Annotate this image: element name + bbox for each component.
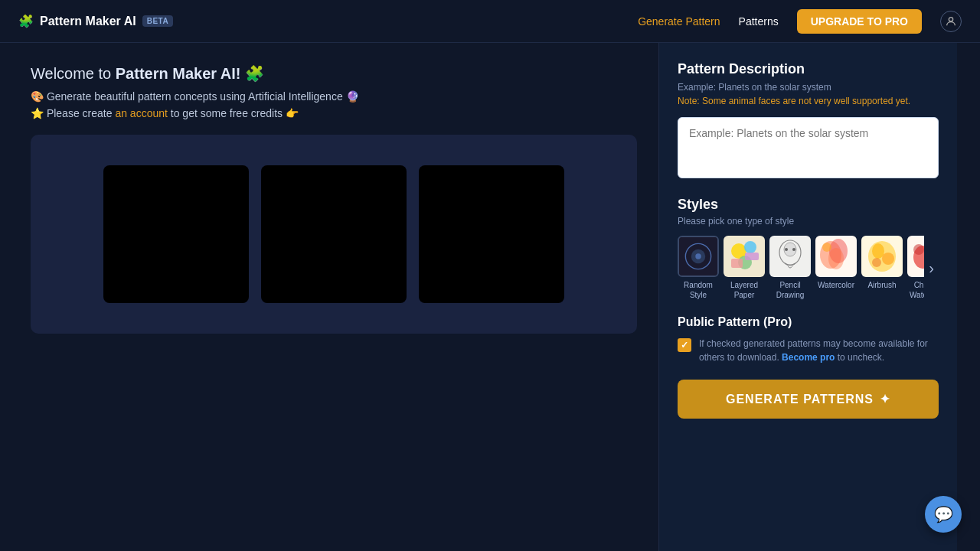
canvas-box-3 [419, 165, 564, 303]
header-right: Generate Pattern Patterns UPGRADE TO PRO [638, 9, 962, 34]
public-pattern-checkbox[interactable]: ✓ [678, 338, 691, 352]
style-label-pencil: PencilDrawing [776, 280, 805, 300]
welcome-subtitle-1: 🎨 Generate beautiful pattern concepts us… [31, 90, 637, 103]
styles-section: Styles Please pick one type of style [678, 197, 939, 300]
public-pattern-title: Public Pattern (Pro) [678, 315, 939, 329]
public-pattern-row: ✓ If checked generated patterns may beco… [678, 337, 939, 364]
public-desc-suffix: to uncheck. [838, 352, 884, 363]
style-item-watercolor[interactable]: Watercolor [815, 236, 857, 300]
checkbox-check-icon: ✓ [681, 340, 688, 350]
generate-patterns-button[interactable]: GENERATE PATTERNS ✦ [678, 380, 939, 419]
description-input[interactable] [678, 117, 939, 178]
welcome-prefix: Welcome to [31, 65, 116, 82]
svg-point-15 [792, 248, 795, 251]
welcome-section: Welcome to Pattern Maker AI! 🧩 🎨 Generat… [31, 64, 637, 119]
svg-point-25 [882, 253, 894, 265]
style-label-random: RandomStyle [684, 280, 713, 300]
style-item-airbrush[interactable]: Airbrush [861, 236, 903, 300]
canvas-area [31, 135, 637, 334]
style-thumb-pencil [769, 236, 811, 277]
svg-point-14 [785, 248, 788, 251]
svg-rect-9 [731, 259, 743, 268]
welcome-title: Welcome to Pattern Maker AI! 🧩 [31, 64, 637, 83]
description-title: Pattern Description [678, 61, 939, 77]
svg-point-30 [913, 244, 924, 255]
style-thumb-layered [724, 236, 765, 277]
welcome-subtitle-2: ⭐ Please create an account to get some f… [31, 107, 637, 119]
user-avatar-icon[interactable] [940, 11, 962, 32]
nav-generate-pattern[interactable]: Generate Pattern [638, 15, 720, 28]
styles-hint: Please pick one type of style [678, 216, 939, 227]
left-panel: Welcome to Pattern Maker AI! 🧩 🎨 Generat… [0, 43, 658, 551]
logo-text: Pattern Maker AI [40, 15, 136, 28]
chat-icon: 💬 [934, 505, 953, 523]
style-label-layered: LayeredPaper [730, 280, 758, 300]
style-item-layered[interactable]: LayeredPaper [724, 236, 765, 300]
svg-point-26 [872, 258, 881, 267]
style-thumb-chinese [907, 236, 924, 277]
public-pattern-section: Public Pattern (Pro) ✓ If checked genera… [678, 315, 939, 364]
upgrade-button[interactable]: UPGRADE TO PRO [797, 9, 922, 34]
style-thumb-airbrush [861, 236, 903, 277]
style-label-chinese: ChineseWatercolor [910, 280, 924, 300]
header: 🧩 Pattern Maker AI BETA Generate Pattern… [0, 0, 980, 43]
svg-point-7 [744, 241, 756, 253]
style-item-chinese[interactable]: ChineseWatercolor [907, 236, 924, 300]
become-pro-link[interactable]: Become pro [782, 352, 835, 363]
canvas-box-2 [261, 165, 407, 303]
main-layout: Welcome to Pattern Maker AI! 🧩 🎨 Generat… [0, 43, 980, 551]
style-thumb-random [678, 236, 719, 277]
generate-button-label: GENERATE PATTERNS [726, 393, 874, 406]
svg-rect-10 [745, 253, 759, 260]
svg-point-4 [695, 253, 701, 259]
canvas-box-1 [103, 165, 249, 303]
description-note: Note: Some animal faces are not very wel… [678, 96, 939, 106]
svg-point-19 [828, 248, 844, 269]
description-hint: Example: Planets on the solar system [678, 82, 939, 93]
style-label-airbrush: Airbrush [867, 280, 896, 290]
public-pattern-description: If checked generated patterns may become… [699, 337, 939, 364]
welcome-emoji: 🧩 [245, 65, 264, 82]
chat-button[interactable]: 💬 [925, 496, 962, 533]
svg-point-0 [949, 17, 952, 21]
logo-emoji: 🧩 [18, 14, 34, 28]
header-left: 🧩 Pattern Maker AI BETA [18, 14, 173, 28]
beta-badge: BETA [142, 15, 173, 27]
style-item-pencil[interactable]: PencilDrawing [769, 236, 811, 300]
account-link[interactable]: an account [115, 107, 168, 119]
styles-scroll: RandomStyle [678, 236, 924, 300]
styles-title: Styles [678, 197, 939, 213]
welcome-bold: Pattern Maker AI! [116, 65, 241, 82]
right-panel: Pattern Description Example: Planets on … [658, 43, 957, 551]
svg-point-20 [822, 243, 831, 252]
styles-next-button[interactable]: › [924, 256, 939, 280]
nav-patterns[interactable]: Patterns [739, 15, 779, 28]
style-item-random[interactable]: RandomStyle [678, 236, 719, 300]
styles-row: RandomStyle [678, 236, 939, 300]
style-thumb-watercolor [815, 236, 857, 277]
generate-button-icon: ✦ [880, 392, 890, 406]
description-section: Pattern Description Example: Planets on … [678, 61, 939, 181]
style-label-watercolor: Watercolor [818, 280, 854, 290]
